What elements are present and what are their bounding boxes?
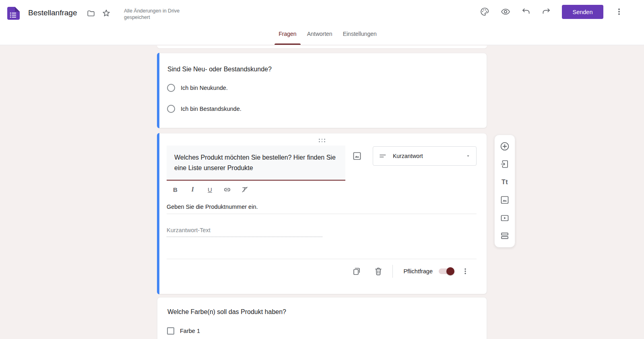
more-options-button[interactable] (613, 6, 625, 17)
radio-option-row[interactable]: Ich bin Neukunde. (167, 84, 228, 92)
question-type-dropdown[interactable]: Kurzantwort (373, 146, 477, 166)
app-header: Bestellanfrage Alle Änderungen in Drive … (0, 0, 644, 45)
import-icon (500, 159, 510, 169)
question-card-1[interactable]: Sind Sie Neu- oder Bestandskunde? Ich bi… (157, 53, 487, 128)
checkbox-icon (167, 327, 174, 335)
star-button[interactable] (101, 8, 112, 19)
question-title[interactable]: Sind Sie Neu- oder Bestandskunde? (167, 66, 272, 73)
text-format-toolbar: B I U (170, 183, 250, 196)
radio-option-row[interactable]: Ich bin Bestandskunde. (167, 105, 242, 113)
undo-button[interactable] (520, 6, 532, 17)
palette-icon (480, 7, 489, 17)
tab-fragen[interactable]: Fragen (274, 28, 301, 45)
clear-format-icon (241, 185, 249, 193)
move-to-folder-button[interactable] (85, 8, 97, 19)
add-video-button[interactable] (500, 213, 510, 223)
underline-button[interactable]: U (204, 184, 215, 195)
tab-antworten[interactable]: Antworten (302, 28, 337, 45)
toggle-thumb (446, 267, 454, 275)
redo-button[interactable] (541, 6, 552, 17)
clear-formatting-button[interactable] (239, 184, 250, 195)
tab-einstellungen[interactable]: Einstellungen (338, 28, 382, 45)
image-icon (352, 151, 362, 161)
import-questions-button[interactable] (500, 159, 510, 169)
drag-handle-icon[interactable] (319, 139, 325, 142)
add-image-button[interactable] (500, 195, 510, 205)
image-icon (500, 195, 510, 205)
tab-bar: Fragen Antworten Einstellungen (0, 28, 644, 45)
preview-button[interactable] (500, 6, 511, 17)
customize-theme-button[interactable] (479, 6, 490, 17)
star-icon (101, 8, 111, 18)
forms-logo-icon[interactable] (6, 6, 20, 20)
section-icon (500, 231, 510, 241)
form-header-card-partial[interactable] (157, 46, 487, 48)
radio-icon (167, 84, 175, 92)
question-title[interactable]: Welche Farbe(n) soll das Produkt haben? (167, 308, 286, 316)
question-type-label: Kurzantwort (393, 153, 423, 159)
question-description[interactable]: Geben Sie die Produktnummer ein. (167, 204, 477, 214)
question-more-options-button[interactable] (460, 266, 471, 277)
card-divider (167, 259, 477, 259)
add-title-description-button[interactable]: Tt (500, 177, 510, 187)
kebab-icon (461, 267, 470, 276)
send-button[interactable]: Senden (562, 5, 603, 19)
video-icon (500, 213, 510, 223)
kebab-icon (614, 7, 624, 17)
delete-question-button[interactable] (373, 266, 384, 277)
chevron-down-icon (466, 154, 471, 158)
undo-icon (521, 7, 531, 17)
document-title[interactable]: Bestellanfrage (28, 8, 77, 17)
save-status-text: Alle Änderungen in Drive gespeichert (124, 8, 188, 21)
question-card-2-active[interactable]: Welches Produkt möchten Sie bestellen? H… (157, 133, 487, 294)
required-toggle[interactable] (439, 268, 454, 274)
insert-link-button[interactable] (222, 184, 233, 195)
checkbox-option-row[interactable]: Farbe 1 (167, 327, 200, 335)
question-card-3[interactable]: Welche Farbe(n) soll das Produkt haben? … (157, 297, 487, 339)
duplicate-question-button[interactable] (351, 266, 362, 277)
radio-icon (167, 105, 175, 113)
option-label: Farbe 1 (180, 328, 200, 334)
toolbar-separator (392, 265, 393, 278)
question-actions-toolbar: Pflichtfrage (351, 262, 471, 281)
short-answer-icon (379, 152, 387, 160)
italic-button[interactable]: I (187, 184, 198, 195)
add-section-button[interactable] (500, 231, 510, 241)
title-text-icon: Tt (502, 179, 508, 186)
add-question-button[interactable] (500, 141, 510, 152)
folder-icon (87, 9, 95, 18)
trash-icon (374, 266, 383, 276)
bold-button[interactable]: B (170, 184, 181, 195)
redo-icon (541, 7, 551, 17)
plus-circle-icon (500, 141, 510, 152)
insert-toolbar: Tt (494, 135, 515, 247)
duplicate-icon (352, 266, 361, 276)
option-label: Ich bin Neukunde. (181, 85, 228, 91)
add-image-to-question-button[interactable] (351, 150, 363, 162)
link-icon (223, 185, 231, 194)
short-answer-preview: Kurzantwort-Text (167, 227, 322, 237)
eye-icon (501, 7, 510, 17)
question-title-input[interactable]: Welches Produkt möchten Sie bestellen? H… (167, 146, 345, 181)
required-label: Pflichtfrage (403, 268, 433, 275)
option-label: Ich bin Bestandskunde. (181, 106, 242, 112)
